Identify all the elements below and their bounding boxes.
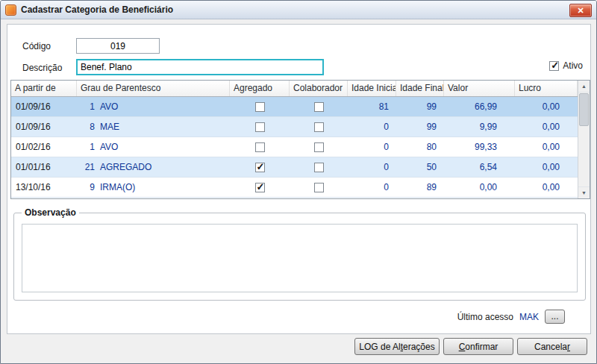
cell-colaborador (290, 97, 348, 116)
cell-idade-final: 50 (396, 157, 444, 177)
agregado-checkbox[interactable] (255, 183, 265, 192)
cell-idade-final: 89 (396, 178, 444, 197)
ativo-checkbox[interactable] (549, 61, 559, 71)
cell-lucro: 0,00 (515, 137, 578, 157)
cell-valor: 9,99 (444, 117, 515, 136)
cell-colaborador (290, 117, 348, 136)
descricao-input[interactable] (76, 59, 324, 75)
cell-idade-final: 99 (396, 97, 444, 116)
cell-valor: 99,33 (444, 137, 515, 157)
log-alteracoes-button[interactable]: LOG de Alterações (354, 338, 440, 355)
cell-idade-inicial: 0 (348, 178, 396, 197)
descricao-label: Descrição (22, 63, 62, 73)
cell-valor: 0,00 (444, 178, 515, 197)
column-header-agregado: Agregado (230, 81, 290, 96)
colaborador-checkbox[interactable] (314, 142, 324, 152)
ultimo-acesso-label: Último acesso (457, 312, 513, 322)
app-icon (5, 4, 16, 16)
title-bar: Cadastrar Categoria de Beneficiário ✕ (1, 1, 596, 19)
observacao-label: Observação (22, 207, 79, 218)
cell-colaborador (290, 157, 348, 177)
close-button[interactable]: ✕ (569, 4, 592, 17)
content-panel: Código Descrição Ativo A partir de Grau … (7, 24, 591, 334)
cell-idade-inicial: 81 (348, 97, 396, 116)
cell-idade-final: 99 (396, 117, 444, 136)
cell-idade-inicial: 0 (348, 117, 396, 136)
column-header-idade-final: Idade Final (396, 81, 444, 96)
agregado-checkbox[interactable] (255, 142, 265, 152)
cell-lucro: 0,00 (515, 117, 578, 136)
column-header-colaborador: Colaborador (290, 81, 348, 96)
cell-valor: 66,99 (444, 97, 515, 116)
table-row[interactable]: 01/02/16 1AVO 0 80 99,33 0,00 (11, 137, 578, 157)
vertical-scrollbar[interactable]: ▲ ▼ (578, 81, 590, 198)
cell-date: 01/02/16 (11, 137, 77, 157)
cell-idade-inicial: 0 (348, 137, 396, 157)
cell-lucro: 0,00 (515, 178, 578, 197)
grid-body: A partir de Grau de Parentesco Agregado … (11, 81, 578, 198)
cell-agregado (230, 117, 290, 136)
ativo-checkbox-group[interactable]: Ativo (549, 60, 583, 71)
cell-agregado (230, 178, 290, 197)
grid-header-row: A partir de Grau de Parentesco Agregado … (11, 81, 578, 97)
codigo-input[interactable] (76, 38, 160, 54)
confirmar-button[interactable]: Confirmar (443, 338, 513, 355)
agregado-checkbox[interactable] (255, 163, 265, 172)
codigo-label: Código (22, 41, 51, 51)
cell-grau: 9IRMA(O) (77, 178, 230, 197)
close-icon: ✕ (577, 6, 584, 15)
dialog-window: Cadastrar Categoria de Beneficiário ✕ Có… (0, 0, 597, 364)
cell-grau: 1AVO (77, 137, 230, 157)
cell-agregado (230, 97, 290, 116)
scroll-up-icon: ▲ (581, 84, 587, 89)
cell-date: 01/09/16 (11, 117, 77, 136)
ativo-label: Ativo (563, 60, 583, 71)
cell-colaborador (290, 137, 348, 157)
cell-grau: 8MAE (77, 117, 230, 136)
cell-idade-inicial: 0 (348, 157, 396, 177)
beneficiary-grid: A partir de Grau de Parentesco Agregado … (10, 80, 590, 199)
agregado-checkbox[interactable] (255, 102, 265, 112)
column-header-idade-inicial: Idade Inicial (348, 81, 396, 96)
colaborador-checkbox[interactable] (314, 163, 324, 172)
cell-grau: 1AVO (77, 97, 230, 116)
cell-idade-final: 80 (396, 137, 444, 157)
cell-lucro: 0,00 (515, 97, 578, 116)
cancelar-button[interactable]: Cancelar (517, 338, 587, 355)
table-row[interactable]: 01/09/16 8MAE 0 99 9,99 0,00 (11, 117, 578, 137)
colaborador-checkbox[interactable] (314, 183, 324, 192)
cell-agregado (230, 137, 290, 157)
table-row[interactable]: 01/01/16 21AGREGADO 0 50 6,54 0,00 (11, 157, 578, 178)
table-row[interactable]: 13/10/16 9IRMA(O) 0 89 0,00 0,00 (11, 178, 578, 198)
cell-colaborador (290, 178, 348, 197)
cell-lucro: 0,00 (515, 157, 578, 177)
cell-agregado (230, 157, 290, 177)
scroll-down-icon: ▼ (581, 190, 587, 195)
scrollbar-thumb[interactable] (579, 93, 589, 126)
column-header-grau-parentesco: Grau de Parentesco (77, 81, 230, 96)
table-row[interactable]: 01/09/16 1AVO 81 99 66,99 0,00 (11, 97, 578, 117)
cell-valor: 6,54 (444, 157, 515, 177)
observacao-groupbox: Observação (13, 213, 586, 301)
column-header-valor: Valor (444, 81, 515, 96)
ultimo-acesso-row: Último acesso MAK ... (457, 310, 565, 324)
colaborador-checkbox[interactable] (314, 102, 324, 112)
ultimo-acesso-value: MAK (519, 312, 539, 322)
cell-date: 01/09/16 (11, 97, 77, 116)
column-header-lucro: Lucro (515, 81, 578, 96)
window-title: Cadastrar Categoria de Beneficiário (21, 4, 173, 15)
agregado-checkbox[interactable] (255, 122, 265, 132)
cell-date: 13/10/16 (11, 178, 77, 197)
cell-grau: 21AGREGADO (77, 157, 230, 177)
scroll-down-button[interactable]: ▼ (578, 186, 590, 198)
colaborador-checkbox[interactable] (314, 122, 324, 132)
ultimo-acesso-browse-button[interactable]: ... (545, 310, 565, 324)
observacao-textarea[interactable] (22, 224, 578, 292)
scroll-up-button[interactable]: ▲ (578, 81, 590, 92)
column-header-a-partir-de: A partir de (11, 81, 77, 96)
cell-date: 01/01/16 (11, 157, 77, 177)
